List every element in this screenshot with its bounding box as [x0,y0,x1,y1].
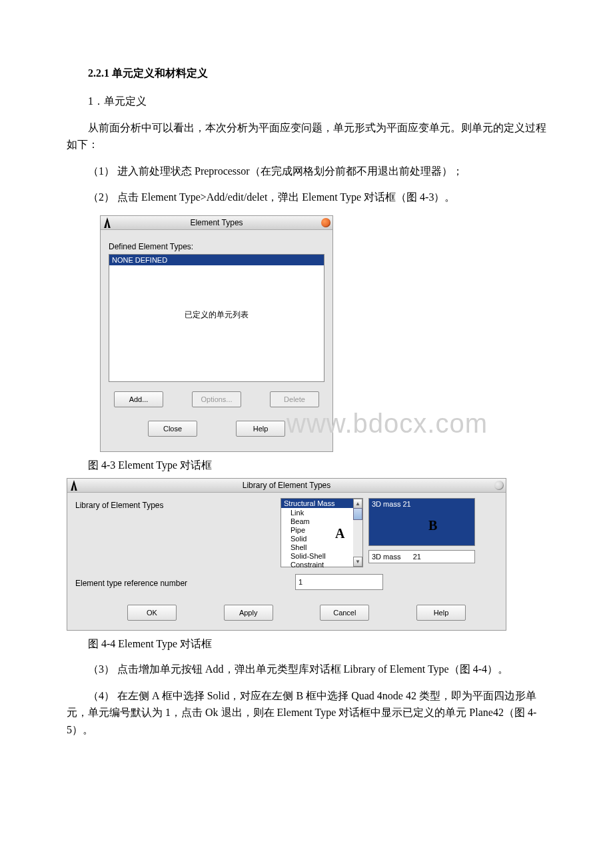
dialog-titlebar: Element Types [101,216,332,230]
selected-subtype-field[interactable] [368,550,475,563]
list-item[interactable]: Constraint [281,560,362,569]
section-heading: 2.2.1 单元定义和材料定义 [67,67,546,81]
scroll-thumb[interactable] [353,508,362,520]
close-button[interactable]: Close [148,421,197,437]
dialog-title: Library of Element Types [243,481,331,490]
list-item[interactable]: Solid [281,534,362,543]
app-logo-icon [69,480,79,491]
subtype-list[interactable]: 3D mass 21 [368,498,475,546]
list-item[interactable]: Shell [281,543,362,551]
list-item[interactable]: NONE DEFINED [109,255,324,265]
scroll-down-icon[interactable]: ▼ [353,557,362,567]
help-button[interactable]: Help [416,605,466,621]
list-item[interactable]: 3D mass 21 [372,500,411,508]
apply-button[interactable]: Apply [224,605,273,621]
ref-number-input[interactable] [295,574,383,590]
scrollbar[interactable]: ▲ ▼ [353,499,362,567]
category-list[interactable]: Structural Mass Link Beam Pipe Solid She… [281,498,363,567]
figure-caption-1: 图 4-3 Element Type 对话框 [67,459,546,473]
list-item[interactable]: Solid-Shell [281,551,362,560]
delete-button: Delete [270,391,319,407]
app-logo-icon [102,217,113,228]
ok-button[interactable]: OK [127,605,177,621]
para-3: （1） 进入前处理状态 Preprocessor（在完成网格划分前都不用退出前处… [67,163,546,180]
close-icon[interactable] [321,218,330,227]
element-types-dialog: Element Types Defined Element Types: NON… [100,215,333,452]
list-item[interactable]: Pipe [281,525,362,534]
defined-types-label: Defined Element Types: [109,242,324,251]
defined-types-list[interactable]: NONE DEFINED 已定义的单元列表 [109,254,324,382]
para-1: 1．单元定义 [67,93,546,110]
cancel-button[interactable]: Cancel [320,605,369,621]
para-6: （4） 在左侧 A 框中选择 Solid，对应在左侧 B 框中选择 Quad 4… [67,687,546,739]
annotation-b: B [428,518,437,533]
para-2: 从前面分析中可以看出，本次分析为平面应变问题，单元形式为平面应变单元。则单元的定… [67,119,546,153]
close-icon[interactable] [494,481,504,490]
library-label: Library of Element Types [75,498,275,510]
list-item[interactable]: Beam [281,517,362,525]
list-annotation: 已定义的单元列表 [109,309,324,321]
dialog-titlebar: Library of Element Types [67,479,506,493]
help-button[interactable]: Help [236,421,285,437]
para-5: （3） 点击增加单元按钮 Add，弹出单元类型库对话框 Library of E… [67,661,546,678]
dialog-title: Element Types [190,218,243,227]
list-item[interactable]: Structural Mass [281,499,362,508]
options-button: Options... [192,391,241,407]
para-4: （2） 点击 Element Type>Add/edit/delet，弹出 El… [67,189,546,206]
list-item[interactable]: Link [281,508,362,517]
ref-number-label: Element type reference number [75,576,295,588]
figure-caption-2: 图 4-4 Element Type 对话框 [67,637,546,651]
scroll-up-icon[interactable]: ▲ [353,499,362,509]
annotation-a: A [335,526,344,541]
library-dialog: Library of Element Types Library of Elem… [67,478,506,631]
add-button[interactable]: Add... [114,391,163,407]
